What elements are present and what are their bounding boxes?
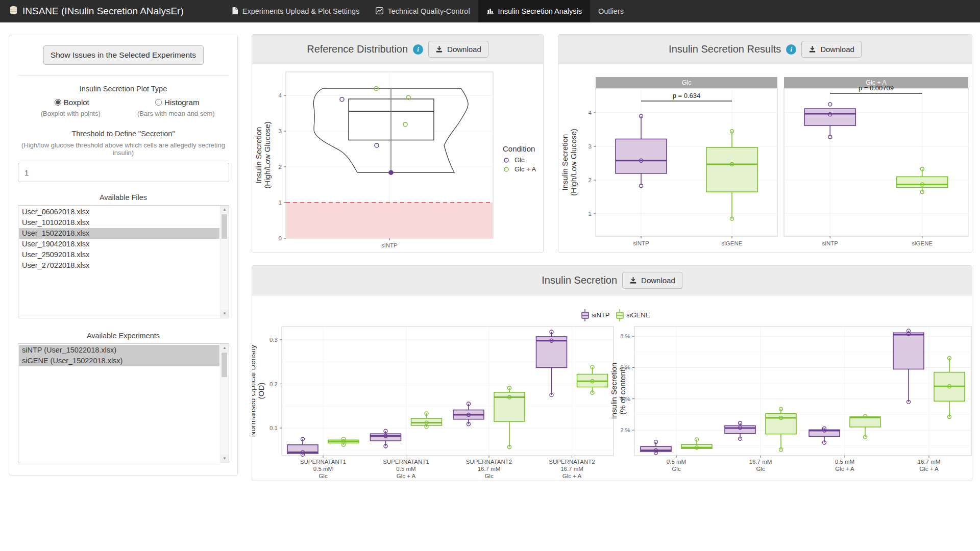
threshold-input[interactable] [18, 163, 229, 182]
tab-outliers[interactable]: Outliers [590, 0, 632, 22]
files-scrollbar[interactable]: ▲ ▼ [220, 206, 229, 318]
boxplot-hint: (Boxplot with points) [18, 110, 124, 117]
svg-text:0.5 mM: 0.5 mM [313, 466, 333, 472]
list-item[interactable]: User_27022018.xlsx [19, 260, 219, 271]
p-value: p = 0.00709 [859, 84, 894, 92]
scroll-down-icon[interactable]: ▼ [220, 310, 229, 318]
panel-title: Reference Distribution [307, 43, 408, 55]
insulin-secretion-panel: Insulin Secretion Download siNTPsiGENE0.… [252, 265, 972, 481]
radio-option-histogram: Histogram (Bars with mean and sem) [124, 97, 229, 117]
svg-text:Glc + A: Glc + A [919, 466, 939, 472]
navbar: INSANE (INsulin Secretion ANalysEr) Expe… [0, 0, 980, 22]
scroll-up-icon[interactable]: ▲ [220, 344, 229, 352]
svg-text:Glc + A: Glc + A [835, 466, 854, 472]
download-icon [808, 45, 816, 53]
list-item[interactable]: siGENE (User_15022018.xlsx) [19, 356, 219, 366]
svg-text:SUPERNATANT2: SUPERNATANT2 [549, 459, 595, 465]
svg-text:0: 0 [279, 235, 282, 241]
svg-text:siGENE: siGENE [722, 240, 743, 246]
svg-text:Glc: Glc [318, 473, 328, 479]
svg-text:Glc + A: Glc + A [562, 473, 582, 479]
available-files-label: Available Files [18, 193, 229, 202]
download-icon [435, 45, 443, 53]
svg-text:Glc: Glc [514, 156, 525, 164]
app-title: INSANE (INsulin Secretion ANalysEr) [22, 6, 184, 17]
list-item[interactable]: User_10102018.xlsx [19, 217, 219, 228]
svg-text:0.5 mM: 0.5 mM [396, 466, 415, 472]
show-issues-button[interactable]: Show Issues in the Selected Experiments [43, 45, 204, 65]
svg-text:3: 3 [589, 143, 592, 149]
threshold-label: Threshold to Define "Secretion" [18, 130, 229, 138]
threshold-band [286, 203, 493, 238]
svg-text:Insulin Secretion(High/Low Glu: Insulin Secretion(High/Low Glucose) [254, 121, 272, 189]
scrollbar-thumb[interactable] [222, 214, 227, 239]
svg-text:SUPERNATANT2: SUPERNATANT2 [466, 459, 512, 465]
tab-insulin-secretion-analysis[interactable]: Insulin Secretion Analysis [478, 0, 590, 22]
download-button[interactable]: Download [801, 41, 862, 58]
svg-text:4: 4 [589, 110, 592, 116]
svg-text:Insulin Secretion(% of content: Insulin Secretion(% of content) [609, 363, 627, 419]
svg-text:16.7 mM: 16.7 mM [918, 459, 941, 465]
sidebar: Show Issues in the Selected Experiments … [9, 35, 238, 475]
available-experiments-label: Available Experiments [18, 332, 229, 340]
svg-text:Glc: Glc [756, 466, 765, 472]
svg-text:8 %: 8 % [620, 333, 630, 339]
svg-text:Glc + A: Glc + A [514, 165, 536, 173]
list-item[interactable]: User_15022018.xlsx [19, 228, 219, 239]
svg-text:0.5 mM: 0.5 mM [835, 459, 854, 465]
files-listbox[interactable]: User_06062018.xlsxUser_10102018.xlsxUser… [18, 205, 229, 318]
database-icon [9, 6, 18, 17]
list-item[interactable]: siNTP (User_15022018.xlsx) [19, 345, 219, 356]
svg-text:Insulin Secretion(High/Low Glu: Insulin Secretion(High/Low Glucose) [560, 129, 578, 196]
download-button[interactable]: Download [622, 272, 682, 289]
histogram-radio[interactable] [155, 99, 162, 106]
svg-text:16.7 mM: 16.7 mM [749, 459, 772, 465]
series-legend: siNTPsiGENE [582, 309, 650, 321]
panel-title: Insulin Secretion Results [669, 43, 781, 55]
svg-text:16.7 mM: 16.7 mM [560, 466, 583, 472]
threshold-hint: (High/low glucose threshold above which … [21, 141, 226, 157]
results-boxplot: Glcp = 0.634siNTPsiGENEGlc + Ap = 0.0070… [558, 64, 972, 253]
download-icon [629, 277, 637, 284]
tab-experiments-upload[interactable]: Experiments Upload & Plot Settings [224, 0, 368, 22]
reference-panel-header: Reference Distribution i Download [252, 35, 543, 64]
scroll-down-icon[interactable]: ▼ [220, 455, 229, 463]
svg-text:2: 2 [589, 177, 592, 183]
svg-text:SUPERNATANT1: SUPERNATANT1 [300, 459, 346, 465]
list-item[interactable]: User_06062018.xlsx [19, 207, 219, 217]
secretion-panel-header: Insulin Secretion Download [252, 266, 972, 295]
reference-violin-plot: 01234siNTPInsulin Secretion(High/Low Glu… [252, 64, 543, 253]
svg-text:siNTP: siNTP [822, 240, 839, 246]
results-panel-header: Insulin Secretion Results i Download [558, 35, 972, 64]
experiments-scrollbar[interactable]: ▲ ▼ [220, 344, 229, 463]
boxplot-radio[interactable] [55, 99, 61, 106]
download-button[interactable]: Download [428, 41, 488, 58]
line-chart-icon [376, 7, 383, 16]
scrollbar-thumb[interactable] [222, 353, 227, 377]
tab-technical-qc[interactable]: Technical Quality-Control [368, 0, 478, 22]
svg-text:1: 1 [279, 199, 282, 206]
plot-type-radio-group: Boxplot (Boxplot with points) Histogram … [18, 97, 229, 117]
experiments-listbox[interactable]: siNTP (User_15022018.xlsx)siGENE (User_1… [18, 343, 229, 463]
svg-text:siGENE: siGENE [912, 240, 933, 246]
list-item[interactable]: User_25092018.xlsx [19, 249, 219, 260]
svg-text:2 %: 2 % [620, 427, 630, 433]
radio-option-boxplot: Boxplot (Boxplot with points) [18, 97, 124, 117]
divider [18, 75, 229, 76]
p-value: p = 0.634 [673, 92, 701, 99]
svg-text:4: 4 [279, 92, 282, 98]
info-icon[interactable]: i [413, 44, 423, 55]
svg-text:siNTP: siNTP [381, 242, 398, 248]
svg-text:3: 3 [279, 128, 282, 134]
insulin-secretion-results-panel: Insulin Secretion Results i Download Glc… [558, 34, 972, 253]
svg-text:Glc: Glc [682, 79, 692, 86]
svg-text:2: 2 [279, 164, 282, 170]
histogram-hint: (Bars with mean and sem) [124, 110, 229, 117]
list-item[interactable]: User_19042018.xlsx [19, 239, 219, 249]
svg-text:1: 1 [589, 211, 592, 217]
svg-text:0.2: 0.2 [270, 381, 278, 387]
svg-text:Glc: Glc [672, 466, 681, 472]
info-icon[interactable]: i [786, 44, 796, 55]
scroll-up-icon[interactable]: ▲ [220, 206, 229, 214]
svg-text:Glc: Glc [484, 473, 494, 479]
